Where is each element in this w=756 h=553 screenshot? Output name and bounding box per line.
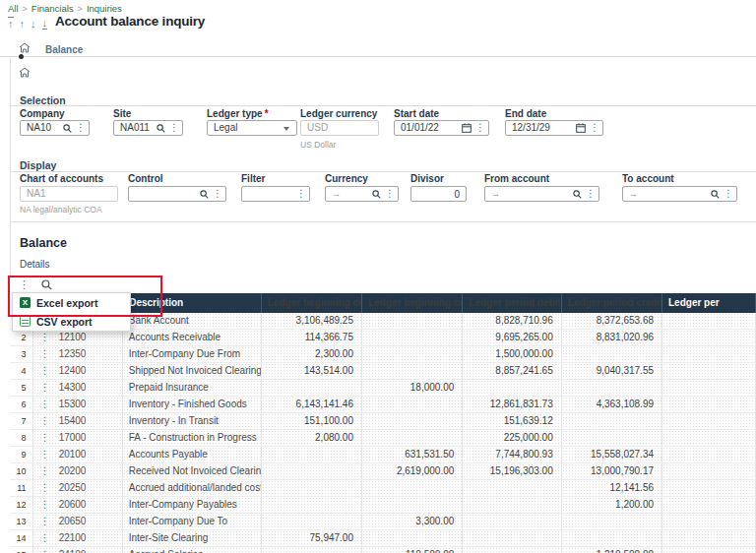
breadcrumb-financials[interactable]: Financials (32, 3, 74, 14)
cell-ledger-beginning-debit: 2,300.00 (262, 346, 362, 362)
table-row[interactable]: 11 ⋮20250 Accrued additional/landed cost… (10, 480, 756, 497)
table-row[interactable]: 13 ⋮20650 Inter-Company Due To 3,300.00 (10, 514, 756, 530)
menu-item-excel-export[interactable]: X Excel export (13, 293, 130, 312)
row-kebab-icon[interactable]: ⋮ (40, 399, 50, 409)
kebab-icon[interactable]: ⋮ (586, 189, 596, 199)
required-asterisk: * (265, 108, 269, 119)
calendar-icon[interactable] (462, 123, 472, 133)
csv-icon (20, 316, 31, 327)
end-date-input[interactable]: 12/31/29 ⋮ (505, 120, 603, 136)
row-kebab-icon[interactable]: ⋮ (40, 349, 50, 359)
kebab-icon[interactable]: ⋮ (296, 189, 306, 199)
cell-account: ⋮14300 (33, 380, 123, 396)
header-ledger-period-debit[interactable]: Ledger period debit (463, 293, 561, 313)
from-account-label: From account (484, 173, 549, 184)
row-kebab-icon[interactable]: ⋮ (40, 366, 50, 376)
table-row[interactable]: 6 ⋮15300 Inventory - Finished Goods 6,14… (10, 397, 756, 413)
table-row[interactable]: 5 ⋮14300 Prepaid Insurance 18,000.00 (10, 380, 756, 397)
table-row[interactable]: 10 ⋮20200 Received Not Invoiced Clearing… (10, 463, 756, 480)
cell-account: ⋮24100 (33, 547, 123, 553)
row-kebab-icon[interactable]: ⋮ (40, 416, 50, 426)
control-input[interactable]: ⋮ (128, 186, 226, 202)
site-input[interactable]: NA011 ⋮ (113, 120, 183, 136)
row-kebab-icon[interactable]: ⋮ (40, 433, 50, 443)
row-kebab-icon[interactable]: ⋮ (40, 383, 50, 393)
cell-description: Inter-Company Due To (123, 514, 262, 529)
header-ledger-period-credit[interactable]: Ledger period credit (562, 293, 662, 313)
row-kebab-icon[interactable]: ⋮ (40, 517, 50, 526)
filter-input[interactable]: ⋮ (241, 186, 310, 202)
cell-row-number: 8 (10, 430, 33, 446)
table-row[interactable]: 8 ⋮17000 FA - Construction in Progress 2… (10, 430, 756, 447)
search-icon[interactable] (372, 190, 381, 199)
table-row[interactable]: 3 ⋮12350 Inter-Company Due From 2,300.00… (10, 346, 756, 363)
cell-ledger-beginning-debit: 2,080.00 (262, 430, 362, 446)
row-kebab-icon[interactable]: ⋮ (40, 450, 50, 460)
cell-ledger-period-credit: 9,040,317.55 (562, 363, 662, 379)
next-record-icon[interactable]: ↓ (31, 18, 36, 30)
row-kebab-icon[interactable]: ⋮ (40, 333, 50, 342)
search-icon[interactable] (573, 190, 582, 199)
from-account-input[interactable]: → ⋮ (484, 186, 599, 202)
cell-ledger-beginning-debit (262, 380, 362, 396)
cell-account: ⋮15300 (33, 397, 123, 412)
tab-balance[interactable]: Balance (45, 44, 83, 55)
search-icon[interactable] (157, 124, 165, 133)
currency-input[interactable]: → ⋮ (325, 186, 399, 202)
row-kebab-icon[interactable]: ⋮ (40, 533, 50, 543)
kebab-icon[interactable]: ⋮ (475, 123, 485, 133)
table-row[interactable]: 2 ⋮12100 Accounts Receivable 114,366.75 … (10, 330, 756, 346)
header-ledger-per[interactable]: Ledger per (662, 293, 756, 313)
search-icon[interactable] (63, 124, 72, 133)
row-kebab-icon[interactable]: ⋮ (40, 500, 50, 510)
header-ledger-beginning-credit[interactable]: Ledger beginning credi... (362, 293, 463, 313)
dropdown-caret-icon (284, 127, 289, 131)
kebab-icon[interactable]: ⋮ (213, 189, 222, 199)
row-kebab-icon[interactable]: ⋮ (40, 466, 50, 476)
cell-description: Inter-Company Due From (123, 346, 262, 362)
section-home-icon[interactable] (19, 67, 31, 78)
table-row[interactable]: 9 ⋮20100 Accounts Payable 631,531.50 7,7… (10, 447, 756, 463)
cell-account: ⋮20650 (33, 514, 123, 529)
table-row[interactable]: 14 ⋮22100 Inter-Site Clearing 75,947.00 (10, 530, 756, 547)
row-kebab-icon[interactable]: ⋮ (40, 483, 50, 493)
cell-ledger-beginning-credit (362, 397, 463, 412)
cell-row-number: 10 (10, 463, 33, 479)
cell-ledger-beginning-debit (262, 463, 362, 479)
kebab-icon[interactable]: ⋮ (590, 123, 599, 133)
menu-item-csv-export[interactable]: CSV export (13, 312, 130, 331)
calendar-icon[interactable] (576, 123, 586, 133)
home-tab-icon[interactable] (19, 42, 31, 53)
table-row[interactable]: 15 ⋮24100 Accrued Salaries 110,500.00 1,… (10, 547, 756, 553)
grid-options-kebab-icon[interactable]: ⋮ (19, 279, 30, 289)
start-date-input[interactable]: 01/01/22 ⋮ (394, 120, 489, 136)
divisor-input[interactable]: 0 (410, 186, 467, 202)
cell-ledger-beginning-credit: 110,500.00 (362, 547, 463, 553)
cell-account: ⋮12350 (33, 346, 123, 362)
grid-search-icon[interactable] (41, 279, 52, 290)
kebab-icon[interactable]: ⋮ (724, 189, 733, 199)
last-record-icon[interactable]: ↓ (42, 17, 48, 30)
kebab-icon[interactable]: ⋮ (169, 123, 179, 133)
table-row[interactable]: 4 ⋮12400 Shipped Not Invoiced Clearing 1… (10, 363, 756, 380)
cell-ledger-period-credit: 4,363,108.99 (562, 397, 662, 412)
previous-record-icon[interactable]: ↑ (20, 18, 26, 30)
company-input[interactable]: NA10 ⋮ (20, 120, 90, 136)
search-icon[interactable] (200, 190, 209, 199)
to-account-input[interactable]: → ⋮ (622, 186, 737, 202)
header-description[interactable]: Description (123, 293, 262, 313)
table-row[interactable]: 12 ⋮20600 Inter-Company Payables 1,200.0… (10, 497, 756, 514)
cell-description: Accrued additional/landed cost (123, 480, 262, 496)
kebab-icon[interactable]: ⋮ (385, 189, 395, 199)
start-date-label: Start date (394, 108, 439, 119)
search-icon[interactable] (711, 190, 720, 199)
cell-ledger-per (662, 363, 756, 379)
header-ledger-beginning-debit[interactable]: Ledger beginning debi... (262, 293, 362, 313)
cell-ledger-per (662, 463, 756, 479)
breadcrumb-inquiries[interactable]: Inquiries (87, 3, 122, 14)
table-row[interactable]: 7 ⋮15400 Inventory - In Transit 151,100.… (10, 413, 756, 430)
breadcrumb-all[interactable]: All (8, 3, 19, 14)
kebab-icon[interactable]: ⋮ (76, 123, 86, 133)
first-record-icon[interactable]: ↑ (8, 17, 14, 30)
ledger-type-select[interactable]: Legal (207, 120, 297, 136)
